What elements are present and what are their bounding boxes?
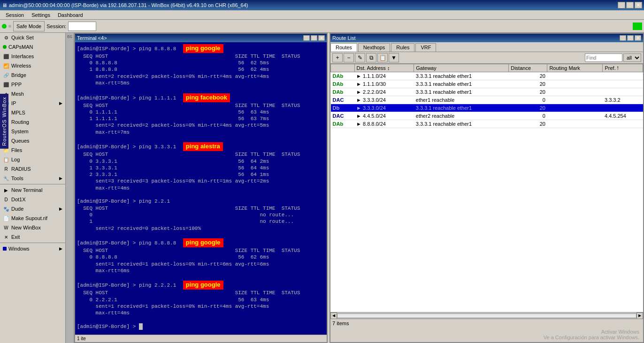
sidebar-item-exit[interactable]: ✕ Exit (0, 232, 65, 242)
tab-routes[interactable]: Routes (330, 43, 357, 52)
terminal-line-26: SEQ HOST SIZE TTL TIME STATUS (77, 247, 325, 254)
menu-session[interactable]: Session (2, 11, 28, 19)
row-pref (603, 80, 643, 88)
ppp-icon: ⬛ (3, 81, 9, 88)
terminal-line-16: 1 3.3.3.1 56 64 4ms (77, 165, 325, 171)
sidebar-label-routing: Routing (11, 119, 29, 125)
table-row[interactable]: Db ► 3.3.3.0/24 3.3.3.1 reachable ether1… (331, 104, 643, 112)
sidebar-item-mesh[interactable]: ✦ Mesh (0, 89, 65, 99)
terminal-line-13: [admin@ISP-Borde] > ping 3.3.3.1 ping al… (77, 142, 325, 151)
sidebar-item-dude[interactable]: 🐾 Dude ▶ (0, 204, 65, 213)
col-distance[interactable]: Distance (509, 64, 547, 72)
sidebar-item-radius[interactable]: R RADIUS (0, 164, 65, 174)
terminal-line-10: 1 1.1.1.1 56 63 7ms (77, 115, 325, 122)
row-distance: 0 (509, 96, 547, 104)
terminal-status-bar: 1 ite (75, 335, 327, 342)
col-gateway[interactable]: Gateway (414, 64, 509, 72)
sidebar-item-mpls[interactable]: M MPLS (0, 108, 65, 117)
table-row[interactable]: DAb ► 1.1.1.0/30 3.3.3.1 reachable ether… (331, 80, 643, 88)
terminal-body[interactable]: [admin@ISP-Borde] > ping 8.8.8.8 ping go… (75, 42, 327, 335)
sidebar-item-routing[interactable]: ↗ Routing (0, 117, 65, 127)
sidebar-item-quickset[interactable]: ⚙ Quick Set (0, 33, 65, 42)
terminal-close[interactable]: ✕ (318, 35, 325, 41)
close-button[interactable]: ✕ (635, 2, 642, 8)
sidebar-item-log[interactable]: 📋 Log (0, 155, 65, 164)
terminal-maximize[interactable]: □ (311, 35, 317, 41)
copy-button[interactable]: ⧉ (366, 53, 376, 62)
terminal-window-controls: _ □ ✕ (303, 35, 325, 41)
terminal-line-4: 1 8.8.8.8 56 62 4ms (77, 66, 325, 73)
sidebar-item-dot1x[interactable]: D Dot1X (0, 195, 65, 204)
table-row[interactable]: DAC ► 3.3.3.0/24 ether1 reachable 0 3.3.… (331, 96, 643, 104)
sidebar-item-new-winbox[interactable]: W New WinBox (0, 223, 65, 232)
row-dst: ► 3.3.3.0/24 (354, 104, 414, 112)
horizontal-scrollbar[interactable]: ◀ ▶ (330, 312, 643, 319)
col-dst[interactable]: Dst. Address ↕ (354, 64, 414, 72)
sidebar-item-queues[interactable]: ≡ Queues (0, 136, 65, 145)
route-close[interactable]: ✕ (635, 35, 641, 41)
sidebar-item-bridge[interactable]: 🔗 Bridge (0, 70, 65, 80)
paste-button[interactable]: 📋 (377, 53, 388, 62)
sidebar-item-new-terminal[interactable]: ▶ New Terminal (0, 185, 65, 195)
find-select[interactable]: all (623, 53, 641, 62)
row-distance: 20 (509, 104, 547, 112)
route-title: Route List (332, 35, 356, 41)
wireless-icon: 📶 (3, 62, 9, 69)
row-distance: 20 (509, 120, 547, 128)
table-row[interactable]: DAC ► 4.4.5.0/24 ether2 reachable 0 4.4.… (331, 112, 643, 120)
sidebar-item-system[interactable]: ⚙ System (0, 127, 65, 136)
menu-dashboard[interactable]: Dashboard (54, 11, 87, 19)
route-minimize[interactable]: _ (620, 35, 626, 41)
col-routing-mark[interactable]: Routing Mark (547, 64, 603, 72)
terminal-minimize[interactable]: _ (303, 35, 310, 41)
tab-vrf[interactable]: VRF (415, 43, 436, 52)
filter-button[interactable]: ▼ (389, 53, 399, 62)
sidebar-item-capsman[interactable]: CAPsMAN (0, 42, 65, 52)
row-pref (603, 120, 643, 128)
sidebar-label-interfaces: Interfaces (11, 53, 34, 59)
scroll-left[interactable]: ◀ (330, 313, 337, 319)
sidebar-item-tools[interactable]: 🔧 Tools ▶ (0, 174, 65, 183)
sidebar-item-files[interactable]: 📁 Files (0, 145, 65, 155)
table-row[interactable]: DAb ► 8.8.8.0/24 3.3.3.1 reachable ether… (331, 120, 643, 128)
terminal-line-30: [admin@ISP-Borde] > ping 2.2.2.1 ping go… (77, 281, 325, 290)
terminal-line-5: sent=2 received=2 packet-loss=0% min-rtt… (77, 73, 325, 80)
menu-settings[interactable]: Settings (28, 11, 54, 19)
row-distance: 0 (509, 112, 547, 120)
terminal-title: Terminal <4> (77, 35, 107, 41)
quickset-icon: ⚙ (3, 34, 9, 41)
sidebar-item-wireless[interactable]: 📶 Wireless (0, 61, 65, 70)
maximize-button[interactable]: □ (626, 2, 634, 8)
sidebar-item-ppp[interactable]: ⬛ PPP (0, 80, 65, 89)
session-input[interactable] (68, 22, 96, 31)
dot1x-icon: D (3, 196, 9, 203)
minimize-button[interactable]: _ (618, 2, 625, 8)
sidebar-label-exit: Exit (11, 234, 20, 240)
edit-button[interactable]: ✎ (355, 53, 365, 62)
terminal-blank-6 (77, 317, 325, 323)
find-input[interactable] (585, 53, 622, 62)
content-area: Terminal <4> _ □ ✕ [admin@ISP-Borde] > p… (74, 33, 644, 343)
col-pref[interactable]: Pref. ! (603, 64, 643, 72)
sidebar-item-windows[interactable]: Windows ▶ (0, 244, 65, 253)
safe-mode-button[interactable]: Safe Mode (13, 21, 45, 31)
scroll-right[interactable]: ▶ (636, 313, 643, 319)
sidebar-item-make-supout[interactable]: 📄 Make Supout.rif (0, 213, 65, 223)
route-maximize[interactable]: □ (627, 35, 634, 41)
tab-nexthops[interactable]: Nexthops (358, 43, 390, 52)
terminal-line-21: SEQ HOST SIZE TTL TIME STATUS (77, 205, 325, 212)
sidebar-label-windows: Windows (8, 246, 30, 252)
row-flags: Db (331, 104, 355, 112)
remove-button[interactable]: − (344, 53, 354, 62)
row-gateway: 3.3.3.1 reachable ether1 (414, 120, 509, 128)
row-gateway: ether2 reachable (414, 112, 509, 120)
table-row[interactable]: DAb ► 1.1.1.0/24 3.3.3.1 reachable ether… (331, 72, 643, 80)
sidebar-item-interfaces[interactable]: ⬛ Interfaces (0, 52, 65, 61)
scroll-track[interactable] (337, 313, 636, 318)
tab-rules[interactable]: Rules (391, 43, 414, 52)
table-row[interactable]: DAb ► 2.2.2.0/24 3.3.3.1 reachable ether… (331, 88, 643, 96)
sidebar-item-ip[interactable]: 🌐 IP ▶ (0, 99, 65, 108)
add-button[interactable]: + (332, 53, 343, 62)
toolbar: Safe Mode Session: (0, 20, 644, 33)
back-button[interactable] (8, 25, 11, 28)
